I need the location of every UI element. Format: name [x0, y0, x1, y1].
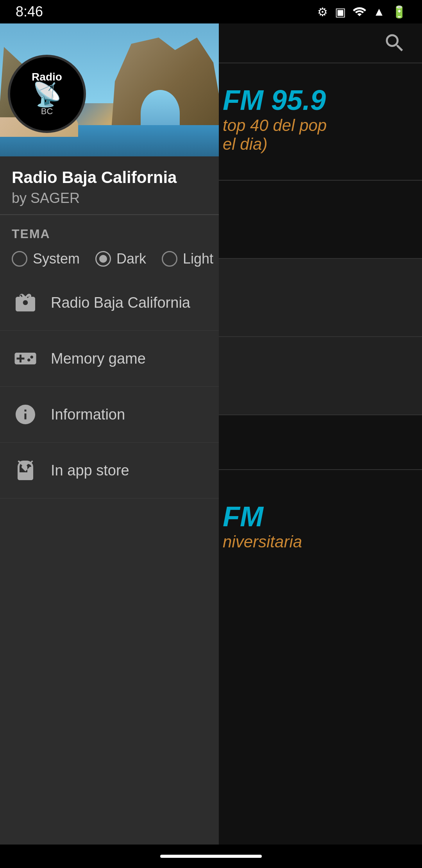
right-divider-6 — [211, 469, 422, 470]
store-menu-icon — [12, 457, 39, 484]
home-indicator[interactable] — [160, 855, 262, 858]
radio-logo-text-bc: BC — [32, 106, 62, 117]
status-bar: 8:46 ⚙ ▣ ▲ 🔋 — [0, 0, 422, 23]
app-name: Radio Baja California — [12, 168, 207, 187]
navigation-bar — [0, 845, 422, 868]
radio-tower-icon: 📡 — [32, 83, 62, 106]
menu-label-store: In app store — [51, 462, 129, 479]
theme-option-dark[interactable]: Dark — [95, 251, 146, 267]
store-icon — [14, 459, 37, 482]
menu-label-info: Information — [51, 406, 125, 423]
radio-logo: Radio 📡 BC — [8, 55, 86, 133]
signal-icon: ▲ — [373, 5, 385, 18]
station1-frequency: FM 95.9 — [223, 84, 410, 116]
right-list-item-1 — [211, 258, 422, 336]
theme-option-system[interactable]: System — [12, 251, 80, 267]
right-panel-background: FM 95.9 top 40 del pop el dia) FM nivers… — [211, 0, 422, 868]
menu-item-info[interactable]: Information — [0, 387, 219, 443]
theme-radio-light[interactable] — [162, 251, 177, 267]
theme-section: TEMA System Dark Light — [0, 215, 219, 275]
wifi-icon — [353, 5, 366, 19]
menu-label-memory: Memory game — [51, 350, 146, 367]
search-button[interactable] — [375, 23, 414, 63]
right-station-info-2: FM niversitaria — [211, 493, 422, 559]
theme-label-system: System — [33, 251, 80, 267]
theme-label-dark: Dark — [116, 251, 146, 267]
right-divider-2 — [211, 180, 422, 181]
menu-item-radio[interactable]: Radio Baja California — [0, 275, 219, 331]
theme-label-light: Light — [183, 251, 213, 267]
battery-icon: 🔋 — [392, 5, 406, 19]
station1-desc1: top 40 del pop — [223, 116, 410, 135]
right-divider-3 — [211, 258, 422, 259]
theme-option-light[interactable]: Light — [162, 251, 213, 267]
settings-icon: ⚙ — [317, 5, 328, 19]
right-divider-5 — [211, 414, 422, 415]
right-divider-4 — [211, 336, 422, 337]
theme-radio-dark[interactable] — [95, 251, 111, 267]
theme-label: TEMA — [12, 227, 207, 241]
radio-menu-icon — [12, 289, 39, 316]
memory-menu-icon — [12, 345, 39, 372]
sim-icon: ▣ — [335, 5, 346, 19]
navigation-drawer: Radio 📡 BC Radio Baja California by SAGE… — [0, 23, 219, 868]
status-time: 8:46 — [16, 4, 43, 20]
station2-frequency: FM — [223, 500, 410, 533]
menu-item-memory[interactable]: Memory game — [0, 331, 219, 387]
menu-label-radio: Radio Baja California — [51, 294, 190, 311]
search-icon — [383, 31, 406, 55]
hero-image: Radio 📡 BC — [0, 23, 219, 156]
info-icon — [14, 403, 37, 426]
theme-options: System Dark Light — [12, 251, 207, 267]
gamepad-icon — [14, 347, 37, 370]
theme-radio-system[interactable] — [12, 251, 27, 267]
radio-logo-inner: Radio 📡 BC — [32, 71, 62, 117]
right-station-info-1: FM 95.9 top 40 del pop el dia) — [211, 76, 422, 161]
right-divider-1 — [211, 63, 422, 63]
station1-desc2: el dia) — [223, 135, 410, 154]
app-author: by SAGER — [12, 190, 207, 206]
status-icons: ⚙ ▣ ▲ 🔋 — [317, 5, 406, 19]
station2-subtitle: niversitaria — [223, 533, 410, 551]
info-menu-icon — [12, 401, 39, 428]
app-info: Radio Baja California by SAGER — [0, 156, 219, 215]
radio-icon — [14, 291, 37, 314]
right-list-item-2 — [211, 336, 422, 414]
menu-item-store[interactable]: In app store — [0, 443, 219, 499]
